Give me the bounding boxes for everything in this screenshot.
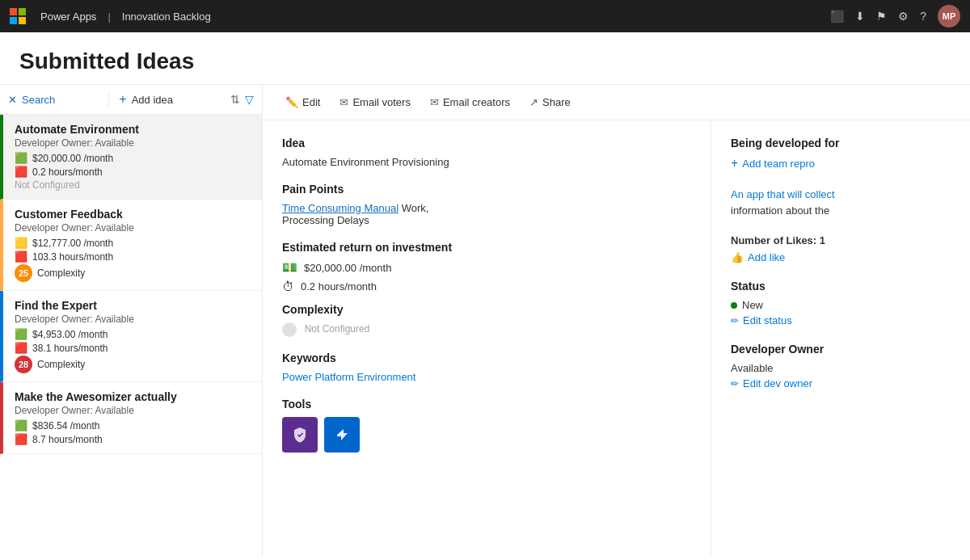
item-dev-awesomizer: Developer Owner: Available [15,405,251,416]
share-button[interactable]: ↗ Share [520,91,580,113]
description-section: An app that will collect information abo… [731,187,951,218]
hours-icon-4: 🟥 [15,433,27,445]
meta-money-val-awesomizer: $836.54 /month [32,420,99,432]
likes-section: Number of Likes: 1 👍 Add like [731,234,951,263]
likes-count: Number of Likes: 1 [731,234,951,246]
main-layout: ✕ Search + Add idea ⇅ ▽ Automate Environ… [0,85,970,558]
topbar: Power Apps | Innovation Backlog ⬛ ⬇ ⚑ ⚙ … [0,0,970,32]
add-like-button[interactable]: 👍 Add like [731,251,951,263]
add-team-repro-button[interactable]: + Add team repro [731,156,951,171]
edit-pencil-icon: ✏️ [285,96,298,108]
meta-complexity-automate: Not Configured [15,179,251,191]
search-label[interactable]: Search [22,94,55,106]
hours-icon: 🟥 [15,166,27,178]
roi-money-row: 💵 $20,000.00 /month [282,260,691,275]
item-meta-customer: 🟨 $12,777.00 /month 🟥 103.3 hours/month … [15,237,251,282]
complexity-val-automate: Not Configured [15,179,80,191]
edit-dev-owner-label: Edit dev owner [743,377,812,389]
email-creators-label: Email creators [443,96,510,108]
pain-section-label: Pain Points [282,183,691,196]
sidebar-item-expert[interactable]: Find the Expert Developer Owner: Availab… [0,291,262,382]
status-value-row: New [731,299,951,311]
add-team-repro-label: Add team repro [742,158,815,170]
add-idea-plus-icon[interactable]: + [119,92,126,107]
pain-blue-text: Time Consuming Manual [282,202,399,214]
meta-hours-val-awesomizer: 8.7 hours/month [32,434,103,445]
item-dev-automate: Developer Owner: Available [15,137,251,149]
edit-dev-owner-button[interactable]: ✏ Edit dev owner [731,377,951,389]
complexity-not-configured: Not Configured [305,323,370,335]
item-dev-customer: Developer Owner: Available [15,222,251,234]
idea-section-label: Idea [282,137,691,149]
sidebar-item-customer[interactable]: Customer Feedback Developer Owner: Avail… [0,200,262,291]
page-title-bar: Submitted Ideas [0,32,970,85]
sort-icon[interactable]: ⇅ [230,93,240,106]
being-developed-title: Being developed for [731,137,951,149]
description-text: An app that will collect information abo… [731,187,951,218]
item-title-automate: Automate Environment [15,123,251,136]
edit-status-button[interactable]: ✏ Edit status [731,314,951,326]
tools-section: Tools [282,398,691,453]
dev-owner-title: Developer Owner [731,343,951,356]
sidebar-item-awesomizer[interactable]: Make the Awesomizer actually Developer O… [0,382,262,454]
keywords-section: Keywords Power Platform Environment [282,352,691,383]
hours-icon-3: 🟥 [15,342,27,354]
tool-shield-icon[interactable] [282,417,318,453]
add-idea-label[interactable]: Add idea [132,94,222,106]
complexity-section: Complexity Not Configured [282,303,691,337]
topbar-icon-download[interactable]: ⬇ [855,10,865,23]
search-clear-icon[interactable]: ✕ [8,94,17,106]
detail-toolbar: ✏️ Edit ✉ Email voters ✉ Email creators … [263,85,970,120]
complexity-label-customer: Complexity [37,267,85,279]
tools-section-label: Tools [282,398,691,411]
edit-button[interactable]: ✏️ Edit [276,91,330,113]
item-meta-awesomizer: 🟩 $836.54 /month 🟥 8.7 hours/month [15,419,251,445]
topbar-icon-settings[interactable]: ⚙ [898,10,909,23]
complexity-circle [282,322,297,337]
item-meta-expert: 🟩 $4,953.00 /month 🟥 38.1 hours/month 28… [15,328,251,373]
item-meta-automate: 🟩 $20,000.00 /month 🟥 0.2 hours/month No… [15,152,251,191]
sidebar-divider [108,91,109,107]
meta-hours-awesomizer: 🟥 8.7 hours/month [15,433,251,445]
money-icon-4: 🟩 [15,419,27,432]
meta-money-customer: 🟨 $12,777.00 /month [15,237,251,249]
roi-hours-icon: ⏱ [282,280,294,293]
meta-money-awesomizer: 🟩 $836.54 /month [15,419,251,432]
email-voters-button[interactable]: ✉ Email voters [330,91,420,113]
complexity-section-label: Complexity [282,303,691,316]
topbar-icon-flag[interactable]: ⚑ [876,10,887,23]
roi-money-icon: 💵 [282,260,297,275]
edit-dev-owner-pencil-icon: ✏ [731,378,739,389]
topbar-separator: | [108,11,110,23]
filter-icon[interactable]: ▽ [245,93,254,106]
share-label: Share [542,96,571,108]
microsoft-logo [10,8,26,24]
avatar[interactable]: MP [938,5,960,27]
meta-money-expert: 🟩 $4,953.00 /month [15,328,251,340]
meta-hours-expert: 🟥 38.1 hours/month [15,342,251,354]
meta-complexity-expert: 28 Complexity [15,356,251,373]
page-title: Submitted Ideas [19,48,951,74]
sidebar-item-automate[interactable]: Automate Environment Developer Owner: Av… [0,115,262,200]
idea-section: Idea Automate Environment Provisioning [282,137,691,168]
meta-money-val-customer: $12,777.00 /month [32,238,113,249]
tool-power-automate-icon[interactable] [324,417,360,453]
meta-hours-val-expert: 38.1 hours/month [32,343,108,354]
roi-money-val: $20,000.00 /month [304,262,391,274]
roi-section-label: Estimated return on investment [282,241,691,254]
email-voters-icon: ✉ [340,96,348,108]
topbar-icon-monitor[interactable]: ⬛ [830,10,844,23]
status-value: New [742,299,763,311]
topbar-icon-help[interactable]: ? [920,10,926,23]
edit-status-pencil-icon: ✏ [731,315,739,326]
item-title-expert: Find the Expert [15,299,251,312]
email-creators-button[interactable]: ✉ Email creators [420,91,520,113]
pain-section-value: Time Consuming Manual Work,Processing De… [282,202,691,226]
ms-logo-red [10,8,17,15]
like-thumb-icon: 👍 [731,251,744,263]
meta-complexity-customer: 25 Complexity [15,264,251,282]
dev-owner-value: Available [731,362,951,374]
add-team-repro-plus-icon: + [731,156,738,171]
money-icon-2: 🟨 [15,237,27,249]
add-like-label: Add like [748,251,785,263]
